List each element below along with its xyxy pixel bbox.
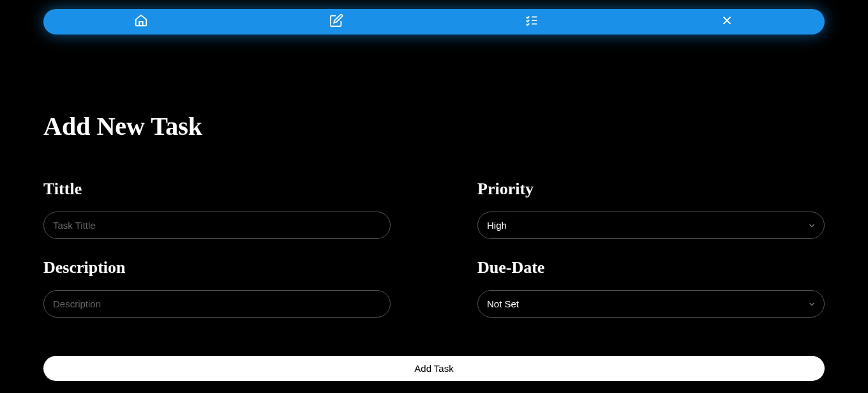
nav-checklist[interactable]: [434, 13, 629, 30]
due-date-label: Due-Date: [477, 258, 825, 277]
form-grid: Tittle Priority High Description Due-Dat…: [43, 180, 825, 318]
checklist-icon: [525, 13, 539, 30]
due-date-group: Due-Date Not Set: [477, 258, 825, 318]
home-icon: [134, 13, 148, 30]
description-label: Description: [43, 258, 391, 277]
page-title: Add New Task: [43, 111, 825, 141]
priority-group: Priority High: [477, 180, 825, 239]
edit-icon: [329, 13, 343, 30]
priority-select[interactable]: High: [477, 212, 825, 239]
title-group: Tittle: [43, 180, 391, 239]
title-label: Tittle: [43, 180, 391, 199]
nav-edit[interactable]: [239, 13, 434, 30]
description-input[interactable]: [43, 290, 391, 318]
add-task-button[interactable]: Add Task: [43, 356, 825, 381]
close-icon: [720, 13, 734, 30]
title-input[interactable]: [43, 212, 391, 239]
due-date-select[interactable]: Not Set: [477, 290, 825, 318]
nav-close[interactable]: [629, 13, 825, 30]
description-group: Description: [43, 258, 391, 318]
nav-bar: [43, 9, 825, 35]
priority-label: Priority: [477, 180, 825, 199]
nav-home[interactable]: [43, 13, 239, 30]
